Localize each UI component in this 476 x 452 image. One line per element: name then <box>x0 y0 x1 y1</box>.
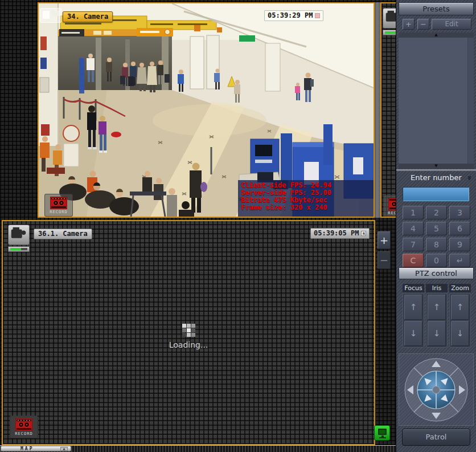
video-camera-glyph <box>383 9 396 28</box>
keypad-key-8[interactable]: 8 <box>426 238 447 251</box>
camera-name-label: 36.1. Camera <box>34 229 92 239</box>
keypad-key-5[interactable]: 5 <box>426 222 447 235</box>
keypad-key-4[interactable]: 4 <box>403 222 424 235</box>
preset-edit-button[interactable]: Edit <box>432 19 471 30</box>
presets-scroll-up[interactable]: ▲ <box>399 32 474 38</box>
patrol-button[interactable]: Patrol <box>402 429 470 446</box>
iris-label: Iris <box>426 284 448 292</box>
record-indicator: RECORD <box>10 416 38 438</box>
timestamp-text: 05:39:29 PM <box>268 11 313 20</box>
timestamp-text: 05:39:05 PM <box>314 229 359 238</box>
arrow-down-icon: ↓ <box>433 328 441 339</box>
film-record-icon <box>50 197 67 209</box>
focus-near-button[interactable]: ↑ <box>404 295 422 320</box>
loading-indicator: Loading... <box>3 319 374 349</box>
camera-timestamp: 05:39:05 PM R <box>310 228 370 239</box>
keypad-key-7[interactable]: 7 <box>403 238 424 251</box>
camera-signal-bar <box>8 246 30 252</box>
map-tab-label: MAP <box>20 446 34 451</box>
osd-line: Frame size: 320 x 240 <box>241 204 331 211</box>
record-indicator: RECORD <box>383 195 396 218</box>
keypad-key-1[interactable]: 1 <box>403 206 424 219</box>
surveillance-app-window: 34. Camera 05:39:29 PM Client-side FPS: … <box>0 0 476 452</box>
presets-list[interactable] <box>399 38 474 164</box>
zoom-label: Zoom <box>449 284 471 292</box>
iris-close-button[interactable]: ↓ <box>428 321 446 346</box>
display-online-icon <box>374 425 390 441</box>
keypad-key-enter[interactable]: ↵ <box>449 254 470 267</box>
preset-remove-button[interactable]: − <box>417 19 429 30</box>
ptz-control-header: PTZ control <box>399 267 474 279</box>
loading-text: Loading... <box>3 340 374 349</box>
arrow-down-icon: ↓ <box>457 328 464 339</box>
video-camera-glyph <box>9 225 29 245</box>
focus-label: Focus <box>403 284 424 292</box>
arrow-up-icon: ↑ <box>433 302 441 312</box>
keypad-key-2[interactable]: 2 <box>426 206 447 219</box>
number-input[interactable] <box>403 187 469 201</box>
keypad-key-6[interactable]: 6 <box>449 222 470 235</box>
timestamp-status-icon <box>315 13 320 18</box>
camera-tile-partial[interactable]: RECORD <box>380 2 396 218</box>
keypad-key-3[interactable]: 3 <box>449 206 470 219</box>
section-divider <box>396 169 476 171</box>
record-label: RECORD <box>50 210 67 214</box>
ptz-focus-control: Focus ↑ ↓ <box>403 284 424 349</box>
camera-type-ghost-icon <box>40 8 61 23</box>
zoom-out-ptz-button[interactable]: ↓ <box>451 321 469 346</box>
zoom-in-ptz-button[interactable]: ↑ <box>451 295 469 320</box>
map-tab[interactable]: MAP ▲ <box>1 446 71 451</box>
film-record-icon <box>15 418 32 431</box>
map-tab-expand-icon[interactable]: ▲ <box>60 447 68 451</box>
presets-header: Presets <box>399 2 474 15</box>
stream-stats-osd: Client-side FPS: 24.94 Server-side FPS: … <box>241 182 331 211</box>
preset-add-button[interactable]: + <box>403 19 415 30</box>
collapse-chevron-icon[interactable]: « <box>464 176 474 180</box>
timestamp-status-icon: R <box>361 231 366 236</box>
keypad-key-clear[interactable]: C <box>403 254 424 267</box>
tile-splitter[interactable] <box>375 2 380 218</box>
ptz-iris-control: Iris ↑ ↓ <box>426 284 448 349</box>
camera-tile-36-1[interactable]: 36.1. Camera 05:39:05 PM R Loading... RE… <box>2 220 375 445</box>
keypad-key-0[interactable]: 0 <box>426 254 447 267</box>
camera-timestamp: 05:39:29 PM <box>264 10 323 21</box>
ptz-sidebar: Presets + − Edit ▲ ▼ Enter number « 1 2 … <box>396 0 476 452</box>
enter-number-header[interactable]: Enter number « <box>399 172 474 184</box>
zoom-out-button[interactable]: − <box>377 251 391 269</box>
loading-spinner-icon <box>182 324 195 337</box>
pan-tilt-pad-panel <box>399 353 474 426</box>
presets-scrollbar[interactable] <box>467 38 474 164</box>
ptz-zoom-control: Zoom ↑ ↓ <box>449 284 471 349</box>
record-label: RECORD <box>15 431 32 436</box>
enter-number-title: Enter number <box>411 173 462 182</box>
arrow-up-icon: ↑ <box>410 302 417 312</box>
zoom-in-button[interactable]: + <box>377 231 391 249</box>
pan-tilt-directional-pad[interactable] <box>403 356 470 424</box>
record-label: RECORD <box>388 211 396 215</box>
arrow-down-icon: ↓ <box>410 328 417 339</box>
camera-thumbnail-icon <box>8 225 30 252</box>
camera-tile-34[interactable]: 34. Camera 05:39:29 PM Client-side FPS: … <box>38 2 375 218</box>
camera-signal-bar <box>383 30 396 35</box>
keypad-key-9[interactable]: 9 <box>449 238 470 251</box>
record-indicator: RECORD <box>44 194 73 217</box>
presets-scroll-down[interactable]: ▼ <box>399 164 474 169</box>
camera-thumbnail-icon <box>383 8 396 35</box>
arrow-up-icon: ↑ <box>457 302 464 312</box>
pad-center-knob <box>433 386 440 394</box>
camera-name-label: 34. Camera <box>63 11 113 22</box>
film-record-icon <box>388 198 396 210</box>
iris-open-button[interactable]: ↑ <box>428 295 446 320</box>
focus-far-button[interactable]: ↓ <box>404 321 422 346</box>
